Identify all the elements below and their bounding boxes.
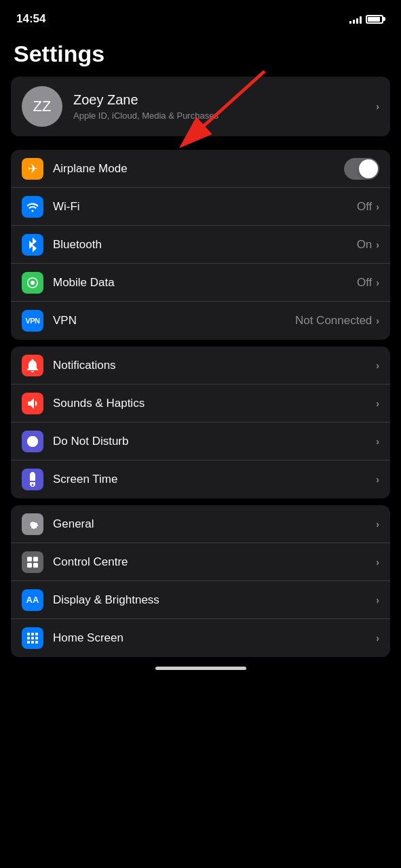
display-icon: AA xyxy=(22,589,43,611)
airplane-icon: ✈ xyxy=(22,158,43,180)
profile-subtitle: Apple ID, iCloud, Media & Purchases xyxy=(73,111,376,121)
mobiledata-chevron: › xyxy=(376,277,379,288)
section-general: General › Control Centre › AA Display & … xyxy=(11,505,390,657)
donotdisturb-chevron: › xyxy=(376,436,379,447)
mobiledata-value: Off xyxy=(357,276,372,290)
sounds-icon xyxy=(22,393,43,414)
vpn-value: Not Connected xyxy=(295,314,372,328)
row-display[interactable]: AA Display & Brightness › xyxy=(11,581,390,619)
battery-icon xyxy=(366,15,385,24)
row-general[interactable]: General › xyxy=(11,505,390,543)
svg-rect-15 xyxy=(35,641,38,644)
donotdisturb-label: Do Not Disturb xyxy=(53,435,376,448)
svg-rect-8 xyxy=(31,633,34,635)
vpn-icon: VPN xyxy=(22,310,43,332)
section-notifications: Notifications › Sounds & Haptics › Do No… xyxy=(11,347,390,498)
airplane-label: Airplane Mode xyxy=(53,162,344,176)
svg-rect-11 xyxy=(31,637,34,639)
avatar: ZZ xyxy=(22,86,62,127)
row-airplane[interactable]: ✈ Airplane Mode xyxy=(11,150,390,188)
row-donotdisturb[interactable]: Do Not Disturb › xyxy=(11,422,390,460)
svg-rect-12 xyxy=(35,637,38,639)
mobiledata-icon xyxy=(22,272,43,294)
svg-rect-14 xyxy=(31,641,34,644)
svg-rect-10 xyxy=(27,637,30,639)
status-icons xyxy=(349,14,385,24)
general-icon xyxy=(22,513,43,535)
svg-rect-6 xyxy=(33,563,38,568)
signal-icon xyxy=(349,14,362,24)
wifi-label: Wi-Fi xyxy=(53,200,357,214)
svg-rect-13 xyxy=(27,641,30,644)
notifications-icon xyxy=(22,355,43,376)
svg-point-2 xyxy=(31,281,35,285)
bluetooth-icon xyxy=(22,234,43,256)
screentime-icon xyxy=(22,469,43,490)
controlcentre-label: Control Centre xyxy=(53,555,376,569)
wifi-chevron: › xyxy=(376,201,379,212)
general-chevron: › xyxy=(376,519,379,530)
notifications-label: Notifications xyxy=(53,359,376,372)
profile-info: Zoey Zane Apple ID, iCloud, Media & Purc… xyxy=(73,92,376,121)
wifi-value: Off xyxy=(357,200,372,214)
svg-rect-5 xyxy=(27,563,32,568)
sounds-label: Sounds & Haptics xyxy=(53,397,376,410)
wifi-icon xyxy=(22,196,43,218)
homescreen-icon xyxy=(22,627,43,649)
home-indicator xyxy=(155,667,246,670)
homescreen-label: Home Screen xyxy=(53,631,376,645)
status-bar: 14:54 xyxy=(0,0,401,34)
controlcentre-chevron: › xyxy=(376,557,379,568)
bluetooth-value: On xyxy=(357,238,373,252)
svg-rect-9 xyxy=(35,633,38,635)
controlcentre-icon xyxy=(22,551,43,573)
status-time: 14:54 xyxy=(16,12,45,26)
display-chevron: › xyxy=(376,595,379,606)
row-sounds[interactable]: Sounds & Haptics › xyxy=(11,384,390,422)
row-controlcentre[interactable]: Control Centre › xyxy=(11,543,390,581)
vpn-chevron: › xyxy=(376,315,379,326)
row-homescreen[interactable]: Home Screen › xyxy=(11,619,390,657)
row-wifi[interactable]: Wi-Fi Off › xyxy=(11,188,390,226)
bluetooth-chevron: › xyxy=(376,239,379,250)
profile-chevron: › xyxy=(376,101,379,112)
row-bluetooth[interactable]: Bluetooth On › xyxy=(11,226,390,264)
svg-rect-3 xyxy=(27,557,32,561)
row-vpn[interactable]: VPN VPN Not Connected › xyxy=(11,302,390,340)
screentime-label: Screen Time xyxy=(53,473,376,486)
profile-row[interactable]: ZZ Zoey Zane Apple ID, iCloud, Media & P… xyxy=(11,77,390,136)
airplane-toggle[interactable] xyxy=(344,158,379,180)
page-title: Settings xyxy=(0,34,401,77)
screentime-chevron: › xyxy=(376,474,379,485)
mobiledata-label: Mobile Data xyxy=(53,276,357,290)
section-connectivity: ✈ Airplane Mode Wi-Fi Off › Bluetooth On… xyxy=(11,150,390,340)
notifications-chevron: › xyxy=(376,360,379,371)
row-screentime[interactable]: Screen Time › xyxy=(11,460,390,498)
display-label: Display & Brightness xyxy=(53,593,376,607)
homescreen-chevron: › xyxy=(376,633,379,644)
donotdisturb-icon xyxy=(22,431,43,452)
svg-rect-4 xyxy=(33,557,38,561)
sounds-chevron: › xyxy=(376,398,379,409)
profile-name: Zoey Zane xyxy=(73,92,376,108)
row-notifications[interactable]: Notifications › xyxy=(11,347,390,384)
vpn-label: VPN xyxy=(53,314,295,328)
row-mobiledata[interactable]: Mobile Data Off › xyxy=(11,264,390,302)
svg-rect-7 xyxy=(27,633,30,635)
bluetooth-label: Bluetooth xyxy=(53,238,357,252)
general-label: General xyxy=(53,517,376,531)
